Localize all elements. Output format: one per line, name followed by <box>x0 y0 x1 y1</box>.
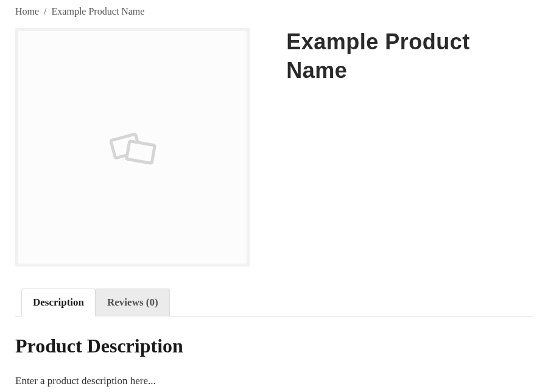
product-image-frame <box>15 28 250 267</box>
breadcrumb-separator: / <box>44 6 46 16</box>
tab-content-description: Product Description Enter a product desc… <box>15 317 533 389</box>
description-heading: Product Description <box>15 335 533 357</box>
breadcrumb-current: Example Product Name <box>52 6 145 16</box>
tab-reviews[interactable]: Reviews (0) <box>96 289 170 317</box>
svg-rect-1 <box>127 141 155 164</box>
tab-description[interactable]: Description <box>21 289 96 317</box>
tabs-container: Description Reviews (0) Product Descript… <box>15 288 533 389</box>
breadcrumb-home-link[interactable]: Home <box>15 6 39 16</box>
product-image-placeholder[interactable] <box>18 31 247 264</box>
product-title: Example Product Name <box>286 28 533 85</box>
tabs-nav: Description Reviews (0) <box>15 288 533 317</box>
product-top-section: Example Product Name <box>15 28 533 267</box>
breadcrumb: Home / Example Product Name <box>15 6 533 17</box>
description-text: Enter a product description here... <box>15 373 533 389</box>
placeholder-image-icon <box>107 126 158 169</box>
product-summary: Example Product Name <box>286 28 533 267</box>
